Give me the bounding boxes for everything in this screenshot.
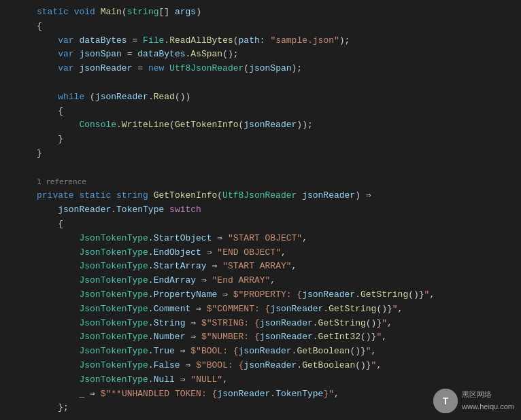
line-content: JsonTokenType.True ⇒ $"BOOL: {jsonReader… bbox=[34, 345, 521, 359]
code-line: private static string GetTokenInfo(Utf8J… bbox=[0, 189, 521, 203]
watermark-logo: T bbox=[433, 389, 458, 413]
code-line: JsonTokenType.Comment ⇒ $"COMMENT: {json… bbox=[0, 302, 521, 317]
code-line: JsonTokenType.PropertyName ⇒ $"PROPERTY:… bbox=[0, 288, 521, 302]
line-content: while (jsonReader.Read()) bbox=[34, 90, 521, 105]
line-content: JsonTokenType.EndArray ⇒ "End ARRAY", bbox=[34, 274, 521, 288]
line-content: JsonTokenType.String ⇒ $"STRING: {jsonRe… bbox=[34, 317, 521, 331]
line-content: { bbox=[34, 105, 521, 119]
code-line: { bbox=[0, 217, 521, 232]
line-content: jsonReader.TokenType switch bbox=[34, 203, 521, 217]
reference-line: 1 reference bbox=[0, 175, 521, 190]
line-content: var jsonSpan = dataBytes.AsSpan(); bbox=[34, 48, 521, 62]
line-content: static void Main(string[] args) bbox=[34, 5, 521, 20]
line-content: JsonTokenType.Null ⇒ "NULL", bbox=[34, 373, 521, 387]
code-line: while (jsonReader.Read()) bbox=[0, 90, 521, 105]
code-line: JsonTokenType.EndArray ⇒ "End ARRAY", bbox=[0, 274, 521, 288]
line-content: { bbox=[34, 20, 521, 34]
code-line: static void Main(string[] args) bbox=[0, 5, 521, 20]
watermark-url: www.heiqu.com bbox=[462, 401, 514, 413]
line-content: JsonTokenType.StartArray ⇒ "START ARRAY"… bbox=[34, 260, 521, 274]
line-content: JsonTokenType.Comment ⇒ $"COMMENT: {json… bbox=[34, 302, 521, 317]
line-content: Console.WriteLine(GetTokenInfo(jsonReade… bbox=[34, 118, 521, 133]
line-content: 1 reference bbox=[34, 175, 521, 190]
line-content: { bbox=[34, 217, 521, 232]
code-line: var dataBytes = File.ReadAllBytes(path: … bbox=[0, 34, 521, 48]
reference-label: 1 reference bbox=[37, 177, 86, 186]
code-line: var jsonSpan = dataBytes.AsSpan(); bbox=[0, 48, 521, 62]
code-line: jsonReader.TokenType switch bbox=[0, 203, 521, 217]
code-line: { bbox=[0, 105, 521, 119]
code-line: } bbox=[0, 133, 521, 147]
line-content: var jsonReader = new Utf8JsonReader(json… bbox=[34, 62, 521, 76]
line-content: JsonTokenType.Number ⇒ $"NUMBER: {jsonRe… bbox=[34, 330, 521, 345]
code-line: Console.WriteLine(GetTokenInfo(jsonReade… bbox=[0, 118, 521, 133]
code-line: } bbox=[0, 147, 521, 161]
code-line: JsonTokenType.Number ⇒ $"NUMBER: {jsonRe… bbox=[0, 330, 521, 345]
line-content bbox=[34, 76, 521, 90]
line-content: JsonTokenType.EndObject ⇒ "END OBJECT", bbox=[34, 246, 521, 260]
code-line: var jsonReader = new Utf8JsonReader(json… bbox=[0, 62, 521, 76]
watermark: T 黑区网络 www.heiqu.com bbox=[433, 389, 514, 413]
code-line: JsonTokenType.True ⇒ $"BOOL: {jsonReader… bbox=[0, 345, 521, 359]
code-line: { bbox=[0, 20, 521, 34]
line-content: private static string GetTokenInfo(Utf8J… bbox=[34, 189, 521, 203]
line-content: JsonTokenType.PropertyName ⇒ $"PROPERTY:… bbox=[34, 288, 521, 302]
code-line bbox=[0, 161, 521, 175]
code-line: JsonTokenType.StartObject ⇒ "START OBJEC… bbox=[0, 232, 521, 246]
code-editor: static void Main(string[] args) { var da… bbox=[0, 0, 521, 420]
code-line: JsonTokenType.EndObject ⇒ "END OBJECT", bbox=[0, 246, 521, 260]
line-content: var dataBytes = File.ReadAllBytes(path: … bbox=[34, 34, 521, 48]
watermark-icon: T bbox=[433, 389, 458, 413]
code-line: JsonTokenType.False ⇒ $"BOOL: {jsonReade… bbox=[0, 359, 521, 373]
line-content: } bbox=[34, 147, 521, 161]
line-content: JsonTokenType.StartObject ⇒ "START OBJEC… bbox=[34, 232, 521, 246]
line-content bbox=[34, 161, 521, 175]
line-content: } bbox=[34, 133, 521, 147]
line-content: JsonTokenType.False ⇒ $"BOOL: {jsonReade… bbox=[34, 359, 521, 373]
code-line: JsonTokenType.String ⇒ $"STRING: {jsonRe… bbox=[0, 317, 521, 331]
watermark-site: 黑区网络 bbox=[462, 389, 514, 401]
code-line: JsonTokenType.StartArray ⇒ "START ARRAY"… bbox=[0, 260, 521, 274]
svg-text:T: T bbox=[443, 396, 449, 406]
code-line bbox=[0, 76, 521, 90]
code-line: JsonTokenType.Null ⇒ "NULL", bbox=[0, 373, 521, 387]
